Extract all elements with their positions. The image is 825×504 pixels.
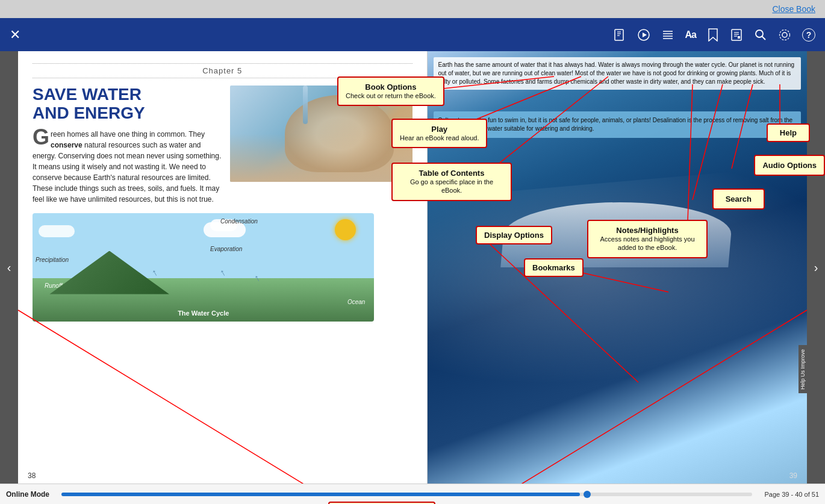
main-content: ‹ Chapter 5 SAVE WATER AND ENERGY <box>0 51 825 484</box>
close-reader-button[interactable]: ✕ <box>10 27 20 43</box>
search-button[interactable] <box>754 28 767 42</box>
water-cycle-diagram: Condensation Precipitation Evaporation R… <box>33 213 374 322</box>
svg-marker-10 <box>709 29 717 41</box>
page-number-right: 39 <box>789 471 797 480</box>
next-page-button[interactable]: › <box>807 51 825 484</box>
progress-bar[interactable] <box>61 493 752 496</box>
svg-marker-5 <box>643 33 647 37</box>
svg-rect-15 <box>738 36 740 39</box>
progress-fill <box>61 493 580 496</box>
search-title: Search <box>726 194 752 204</box>
toc-title: Table of Contents <box>400 169 503 178</box>
right-page-body-text: Earth has the same amount of water that … <box>434 57 802 90</box>
play-button[interactable] <box>637 28 650 42</box>
help-callout: Help <box>767 123 810 142</box>
bookmarks-callout: Bookmarks <box>524 258 584 277</box>
precipitation-label: Precipitation <box>36 257 69 263</box>
right-page-image: Earth has the same amount of water that … <box>428 51 808 484</box>
book-options-button[interactable] <box>613 28 626 42</box>
ocean-label: Ocean <box>347 299 365 305</box>
font-button[interactable]: Aa <box>685 30 696 40</box>
svg-point-18 <box>782 33 787 37</box>
top-bar: Close Book <box>0 0 825 18</box>
help-improve-tab[interactable]: Help Us Improve <box>799 345 807 393</box>
audio-options-button[interactable] <box>778 28 791 42</box>
bottom-bar: Online Mode Page 39 - 40 of 51 <box>0 484 825 504</box>
toolbar-icons: Aa ? <box>613 28 815 42</box>
toolbar: ✕ Aa <box>0 18 825 51</box>
evaporation-label: Evaporation <box>210 246 242 252</box>
diagram-title: The Water Cycle <box>178 310 229 317</box>
help-button[interactable]: ? <box>802 28 815 42</box>
blue-highlight-box: Salt water may be fun to swim in, but it… <box>434 111 802 138</box>
toc-callout: Table of Contents Go go a specific place… <box>391 163 512 201</box>
close-book-button[interactable]: Close Book <box>772 4 815 14</box>
svg-line-17 <box>762 36 765 40</box>
page-number-left: 38 <box>28 471 36 480</box>
notes-callout: Notes/Highlights Access notes and highli… <box>587 220 708 258</box>
page-nav-callout: Page forward and back <box>328 502 435 504</box>
book-area: Chapter 5 SAVE WATER AND ENERGY G reen h… <box>18 51 807 484</box>
book-options-subtitle: Check out or return the eBook. <box>346 92 436 100</box>
notes-button[interactable] <box>730 28 743 42</box>
toc-button[interactable] <box>661 28 674 42</box>
page-info: Page 39 - 40 of 51 <box>764 491 819 498</box>
svg-rect-0 <box>615 30 623 40</box>
notes-title: Notes/Highlights <box>596 226 699 235</box>
search-callout: Search <box>712 188 765 210</box>
audio-options-title: Audio Options <box>762 161 817 170</box>
display-options-title: Display Options <box>484 231 544 240</box>
notes-subtitle: Access notes and highlights you added to… <box>596 235 699 252</box>
online-mode-label: Online Mode <box>6 490 49 499</box>
svg-point-19 <box>779 30 789 40</box>
play-subtitle: Hear an eBook read aloud. <box>400 134 479 142</box>
book-options-callout: Book Options Check out or return the eBo… <box>337 76 444 106</box>
condensation-label: Condensation <box>220 218 258 225</box>
display-options-callout: Display Options <box>476 226 552 244</box>
left-page: Chapter 5 SAVE WATER AND ENERGY G reen h… <box>18 51 428 484</box>
prev-page-button[interactable]: ‹ <box>0 51 18 484</box>
right-page: Earth has the same amount of water that … <box>428 51 808 484</box>
audio-options-callout: Audio Options <box>754 155 825 176</box>
progress-indicator <box>584 491 591 498</box>
svg-rect-11 <box>732 30 741 40</box>
bookmarks-title: Bookmarks <box>532 263 575 272</box>
bookmark-button[interactable] <box>707 28 719 42</box>
play-title: Play <box>400 125 479 134</box>
book-options-title: Book Options <box>346 82 436 92</box>
play-callout: Play Hear an eBook read aloud. <box>391 119 487 148</box>
right-arrow-icon: › <box>814 261 818 275</box>
left-arrow-icon: ‹ <box>7 261 11 275</box>
svg-point-16 <box>756 30 763 37</box>
drop-cap: G <box>33 129 49 146</box>
help-title: Help <box>780 128 797 137</box>
help-improve-label: Help Us Improve <box>800 349 806 389</box>
toc-subtitle: Go go a specific place in the eBook. <box>400 178 503 195</box>
